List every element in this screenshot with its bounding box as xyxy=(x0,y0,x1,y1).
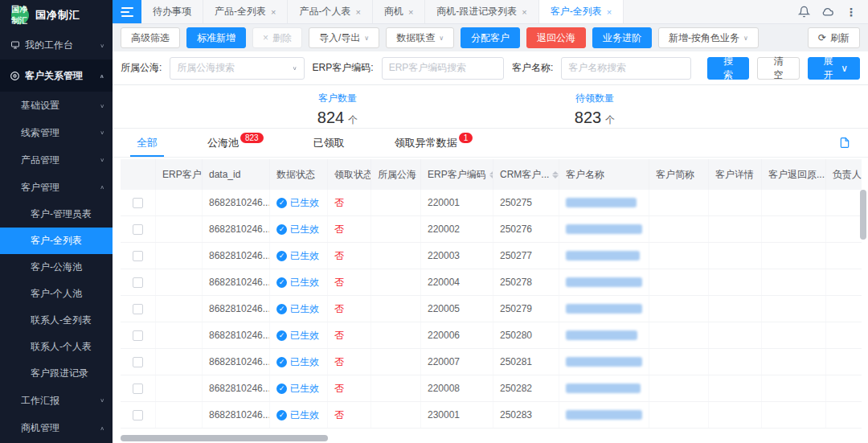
column-label: 客户名称 xyxy=(566,168,604,182)
tab-business-followup-list[interactable]: 商机-跟进记录列表× xyxy=(425,0,538,23)
clear-button[interactable]: 清空 xyxy=(757,57,799,80)
redacted-customer-name[interactable] xyxy=(566,410,642,420)
close-icon[interactable]: × xyxy=(271,7,276,17)
cell-customer-short-name xyxy=(649,375,709,401)
tab-todo-items[interactable]: 待办事项 xyxy=(141,0,203,23)
row-checkbox[interactable] xyxy=(133,410,143,420)
row-checkbox[interactable] xyxy=(133,330,143,341)
tab-product-personal-table[interactable]: 产品-个人表× xyxy=(288,0,372,23)
table-row: 8682810246...✓已生效否220002250276 xyxy=(121,216,862,243)
column-label: data_id xyxy=(209,169,240,180)
sidebar-item-work-report[interactable]: 工作汇报∨ xyxy=(0,387,113,414)
redacted-customer-name[interactable] xyxy=(566,277,642,287)
sidebar-item-label: 产品管理 xyxy=(21,154,95,167)
data-crosscheck-button[interactable]: 数据联查∨ xyxy=(386,27,454,48)
sidebar-item-customer-personal-pool[interactable]: 客户-个人池 xyxy=(0,281,113,307)
assign-customer-button[interactable]: 分配客户 xyxy=(461,27,520,48)
sidebar-item-customer-public-pool[interactable]: 客户-公海池 xyxy=(0,254,113,281)
sidebar-item-customer-all-list[interactable]: 客户-全列表 xyxy=(0,228,113,254)
close-icon[interactable]: × xyxy=(408,7,413,17)
button-label: 导入/导出 xyxy=(319,31,360,45)
cell-data-status: ✓已生效 xyxy=(270,375,328,401)
sidebar-item-crm[interactable]: 客户关系管理∧ xyxy=(0,59,113,92)
search-button[interactable]: 搜索 xyxy=(707,57,749,80)
brand-logo-icon: 国净制汇 xyxy=(11,6,29,24)
row-checkbox[interactable] xyxy=(133,251,143,261)
row-checkbox[interactable] xyxy=(133,277,143,288)
advanced-filter-button[interactable]: 高级筛选 xyxy=(121,27,180,48)
sidebar-item-leads-mgmt[interactable]: 线索管理∨ xyxy=(0,119,113,146)
vertical-scrollbar[interactable] xyxy=(860,190,866,240)
standard-add-button[interactable]: 标准新增 xyxy=(186,27,246,48)
collapse-menu-icon[interactable] xyxy=(113,0,141,23)
redacted-customer-name[interactable] xyxy=(566,251,640,260)
return-to-public-button[interactable]: 退回公海 xyxy=(526,27,586,48)
tab-label: 产品-全列表 xyxy=(215,5,266,18)
subtab-public-pool[interactable]: 公海池823 xyxy=(207,129,264,157)
column-header-select xyxy=(121,159,156,190)
subtab-claimed[interactable]: 已领取 xyxy=(313,129,345,157)
export-document-icon[interactable] xyxy=(839,137,850,149)
sidebar-item-workspace[interactable]: 我的工作台∨ xyxy=(0,31,113,59)
tab-label: 商机-跟进记录列表 xyxy=(436,5,517,18)
customer-name-input[interactable]: 客户名称搜索 xyxy=(561,57,691,80)
close-icon[interactable]: × xyxy=(522,7,526,17)
column-header-erp-customer-code[interactable]: ERP客户编码 xyxy=(421,159,493,190)
subtab-all[interactable]: 全部 xyxy=(137,129,158,157)
cell-data-id: 8682810246... xyxy=(203,296,270,322)
import-export-button[interactable]: 导入/导出∨ xyxy=(309,27,379,48)
tab-customer-all-list[interactable]: 客户-全列表× xyxy=(539,0,624,23)
sidebar-item-business-mgmt[interactable]: 商机管理∧ xyxy=(0,414,113,441)
tab-label: 待办事项 xyxy=(153,5,191,18)
more-vertical-icon[interactable]: ⋮ xyxy=(845,6,857,18)
tab-business-opportunity[interactable]: 商机× xyxy=(373,0,425,23)
column-header-crm-customer[interactable]: CRM客户... xyxy=(493,159,559,190)
redacted-customer-name[interactable] xyxy=(566,224,642,234)
redacted-customer-name[interactable] xyxy=(566,198,637,207)
subtab-label: 领取异常数据 xyxy=(395,136,457,150)
sidebar-item-product-mgmt[interactable]: 产品管理∨ xyxy=(0,146,113,174)
bell-icon[interactable] xyxy=(798,6,810,18)
placeholder-text: 客户名称搜索 xyxy=(568,61,684,75)
erp-customer-code-input[interactable]: ERP客户编码搜索 xyxy=(382,57,504,80)
sidebar-item-label: 我的工作台 xyxy=(25,39,95,52)
filter-label-erp-customer-code: ERP客户编码: xyxy=(313,61,374,75)
horizontal-scrollbar[interactable] xyxy=(121,435,328,441)
add-by-role-button[interactable]: 新增-按角色业务∨ xyxy=(658,27,759,48)
redacted-customer-name[interactable] xyxy=(566,330,637,340)
cell-customer-detail xyxy=(709,216,762,242)
table-header: ERP客户IDdata_id数据状态领取状态所属公海ERP客户编码CRM客户..… xyxy=(121,159,862,190)
row-checkbox[interactable] xyxy=(133,198,143,208)
cell-data-status: ✓已生效 xyxy=(270,349,328,375)
expand-button[interactable]: 展开∨ xyxy=(808,57,860,80)
sidebar-item-customer-mgmt[interactable]: 客户管理∧ xyxy=(0,174,113,201)
sort-icon[interactable] xyxy=(552,171,559,178)
cell-erp-customer-id xyxy=(156,190,203,215)
public-pool-select[interactable]: 所属公海搜索∨ xyxy=(170,57,304,80)
subtab-claim-abnormal[interactable]: 领取异常数据1 xyxy=(395,129,473,157)
cell-customer-name xyxy=(559,322,649,348)
refresh-button[interactable]: ⟳ 刷新 xyxy=(808,27,860,48)
sidebar-item-customer-followup-records[interactable]: 客户跟进记录 xyxy=(0,360,113,387)
sub-tabs: 全部公海池823已领取领取异常数据1 xyxy=(113,129,868,158)
redacted-customer-name[interactable] xyxy=(566,304,642,314)
close-icon[interactable]: × xyxy=(355,7,360,17)
business-advance-button[interactable]: 业务进阶 xyxy=(592,27,652,48)
row-checkbox[interactable] xyxy=(133,224,143,235)
close-icon[interactable]: × xyxy=(607,7,612,17)
tab-product-all-list[interactable]: 产品-全列表× xyxy=(203,0,288,23)
stat-pending-claim-count: 待领数量 823个 xyxy=(530,92,659,127)
redacted-customer-name[interactable] xyxy=(566,357,642,367)
cell-customer-detail xyxy=(709,269,762,295)
cloud-user-icon[interactable] xyxy=(821,6,834,18)
row-checkbox[interactable] xyxy=(133,384,143,394)
row-checkbox[interactable] xyxy=(133,357,143,367)
redacted-customer-name[interactable] xyxy=(566,384,641,393)
sidebar-item-customer-admin-table[interactable]: 客户-管理员表 xyxy=(0,201,113,228)
cell-return-reason xyxy=(762,190,826,215)
sidebar-item-contacts-personal-table[interactable]: 联系人-个人表 xyxy=(0,334,113,360)
sidebar-item-contacts-all-list[interactable]: 联系人-全列表 xyxy=(0,307,113,334)
cell-erp-customer-code: 220007 xyxy=(421,349,493,375)
row-checkbox[interactable] xyxy=(133,304,143,314)
sidebar-item-basic-settings[interactable]: 基础设置∨ xyxy=(0,92,113,119)
